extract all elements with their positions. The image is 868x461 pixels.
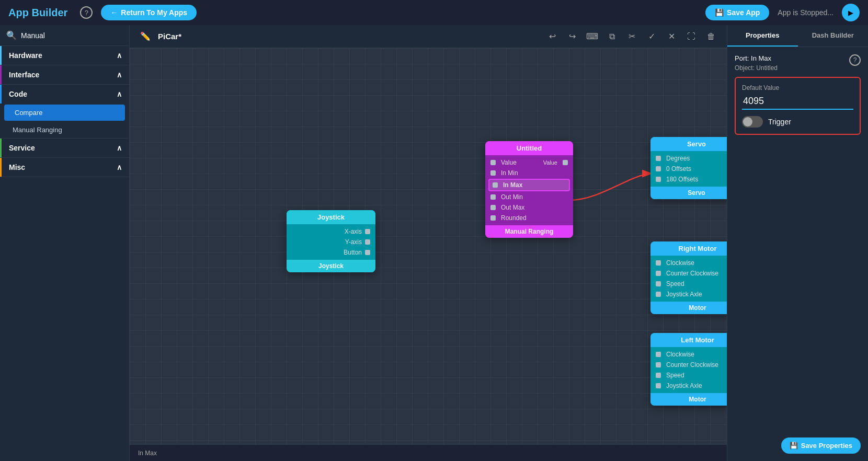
rmotor-port-ccw[interactable] (656, 271, 661, 276)
default-value-label: Default Value (742, 84, 853, 91)
default-value-section: Default Value Trigger (735, 77, 861, 135)
code-label: Code (9, 90, 27, 98)
help-button[interactable]: ? (80, 6, 93, 19)
properties-help-button[interactable]: ? (849, 54, 861, 66)
right-motor-node[interactable]: Right Motor Clockwise Counter Clockwise (650, 241, 727, 314)
sidebar-header-hardware[interactable]: Hardware ∧ (0, 46, 129, 65)
search-bar[interactable]: 🔍 (0, 25, 129, 46)
search-input[interactable] (21, 31, 123, 40)
servo-row-0offsets: 0 Offsets (650, 164, 727, 174)
keyboard-icon[interactable]: ⌨ (585, 29, 599, 44)
toggle-knob (743, 117, 752, 126)
manual-row-inmax[interactable]: In Max (488, 179, 570, 191)
tab-name: PiCar* (158, 32, 181, 41)
manual-row-outmin: Out Min (485, 192, 573, 202)
manual-port-inmax[interactable] (493, 182, 498, 188)
trigger-label: Trigger (768, 118, 791, 126)
sidebar-header-interface[interactable]: Interface ∧ (0, 65, 129, 84)
rmotor-header-label: Right Motor (679, 245, 717, 252)
servo-port-degrees[interactable] (656, 156, 661, 161)
delete-icon[interactable]: 🗑 (704, 29, 718, 44)
manual-port-outmin[interactable] (490, 194, 496, 200)
servo-row-degrees: Degrees (650, 153, 727, 164)
sidebar-header-misc[interactable]: Misc ∧ (0, 158, 129, 177)
topbar: App Builder ? ← Return To My Apps 💾 Save… (0, 0, 868, 25)
hardware-label: Hardware (9, 51, 42, 60)
lmotor-body: Clockwise Counter Clockwise Speed J (650, 347, 727, 393)
tab-properties[interactable]: Properties (727, 25, 798, 47)
status-text: In Max (138, 450, 157, 457)
tab-dash-builder[interactable]: Dash Builder (798, 25, 869, 47)
rmotor-port-axle[interactable] (656, 292, 661, 297)
rmotor-port-speed[interactable] (656, 281, 661, 286)
expand-icon[interactable]: ⛶ (684, 29, 699, 44)
save-label: Save App (727, 8, 760, 17)
cut-icon[interactable]: ✂ (624, 29, 639, 44)
joystick-row-yaxis: Y-axis (287, 237, 375, 247)
sidebar-header-code[interactable]: Code ∧ (0, 85, 129, 103)
undo-icon[interactable]: ↩ (545, 29, 559, 44)
manual-footer-label: Manual Ranging (505, 228, 554, 235)
lmotor-header-label: Left Motor (681, 336, 714, 344)
servo-port-0offsets[interactable] (656, 166, 661, 171)
misc-label: Misc (9, 163, 25, 171)
sidebar-header-service[interactable]: Service ∧ (0, 139, 129, 157)
servo-header: Servo (650, 137, 727, 151)
return-button[interactable]: ← Return To My Apps (101, 5, 197, 20)
app-title: App Builder (8, 7, 67, 19)
save-properties-label: Save Properties (801, 442, 852, 450)
manual-port-value-out[interactable] (563, 160, 568, 165)
app-status: App is Stopped... (778, 8, 833, 17)
rmotor-row-ccw: Counter Clockwise (650, 268, 727, 279)
sidebar-item-manual-ranging[interactable]: Manual Ranging (0, 122, 129, 138)
lmotor-port-ccw[interactable] (656, 362, 661, 367)
edit-icon[interactable]: ✏️ (138, 29, 153, 44)
joystick-port-xaxis[interactable] (365, 229, 370, 234)
rmotor-port-cw[interactable] (656, 260, 661, 266)
joystick-row-button: Button (287, 247, 375, 258)
lmotor-footer: Motor (650, 393, 727, 406)
canvas[interactable]: Joystick X-axis Y-axis Button (130, 48, 727, 461)
save-app-button[interactable]: 💾 Save App (705, 5, 769, 20)
servo-node[interactable]: Servo Degrees 0 Offsets 18 (650, 137, 727, 199)
sidebar-section-hardware: Hardware ∧ (0, 46, 129, 65)
manual-port-rounded[interactable] (490, 215, 496, 221)
lmotor-port-axle[interactable] (656, 383, 661, 388)
joystick-port-yaxis[interactable] (365, 239, 370, 245)
trigger-row: Trigger (742, 116, 853, 128)
manual-port-value-in[interactable] (490, 160, 496, 165)
lmotor-port-cw[interactable] (656, 352, 661, 357)
sidebar-item-compare[interactable]: Compare (4, 105, 125, 121)
manual-header: Untitled (485, 141, 573, 155)
lmotor-row-ccw: Counter Clockwise (650, 360, 727, 370)
panel-tabs: Properties Dash Builder (727, 25, 868, 47)
left-motor-node[interactable]: Left Motor Clockwise Counter Clockwise (650, 333, 727, 406)
redo-icon[interactable]: ↪ (565, 29, 579, 44)
hardware-chevron-icon: ∧ (117, 51, 122, 60)
manual-port-outmax[interactable] (490, 205, 496, 210)
return-label: Return To My Apps (121, 8, 187, 17)
default-value-input[interactable] (742, 94, 853, 110)
joystick-port-button[interactable] (365, 250, 370, 255)
tab-dash-builder-label: Dash Builder (812, 31, 854, 39)
manual-row-inmin: In Min (485, 168, 573, 178)
manual-ranging-node[interactable]: Untitled Value Value In Mi (485, 141, 573, 238)
lmotor-footer-label: Motor (689, 396, 706, 403)
copy-icon[interactable]: ⧉ (604, 29, 619, 44)
canvas-inner: Joystick X-axis Y-axis Button (130, 48, 727, 461)
check-icon[interactable]: ✓ (644, 29, 659, 44)
x-icon[interactable]: ✕ (664, 29, 679, 44)
trigger-toggle[interactable] (742, 116, 763, 128)
play-button[interactable]: ▶ (842, 4, 860, 21)
manual-port-inmin[interactable] (490, 170, 496, 176)
default-value-container: Default Value (742, 84, 853, 110)
return-arrow-icon: ← (110, 8, 118, 17)
properties-panel: Properties Dash Builder Port: In Max Obj… (727, 25, 868, 461)
save-properties-button[interactable]: 💾 Save Properties (781, 437, 861, 454)
servo-port-180offsets[interactable] (656, 177, 661, 182)
joystick-node[interactable]: Joystick X-axis Y-axis Button (287, 210, 375, 272)
lmotor-row-axle: Joystick Axle (650, 381, 727, 391)
manual-row-rounded: Rounded (485, 213, 573, 223)
port-label: Port: In Max (735, 54, 849, 62)
lmotor-port-speed[interactable] (656, 373, 661, 378)
